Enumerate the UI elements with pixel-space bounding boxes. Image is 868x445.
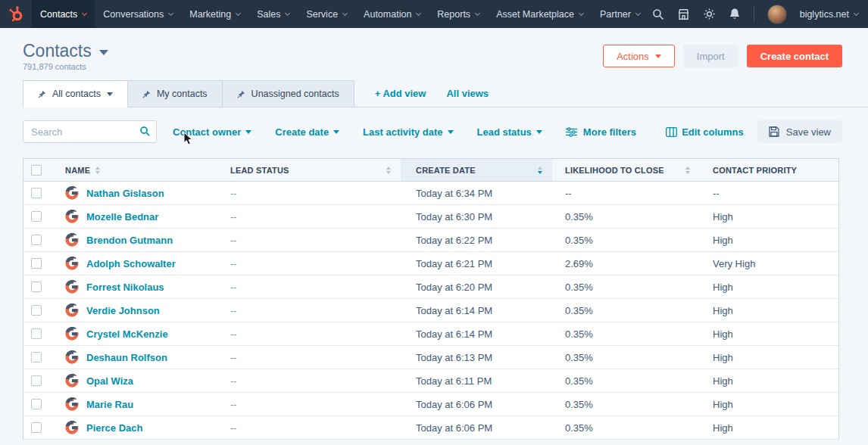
sort-arrows-icon[interactable] <box>386 166 391 174</box>
priority-cell: Very High <box>700 252 839 275</box>
contact-name-link[interactable]: Opal Wiza <box>86 375 133 387</box>
lead-status-cell: -- <box>220 205 401 228</box>
sort-arrows-icon[interactable] <box>95 166 100 174</box>
priority-cell: High <box>700 369 839 392</box>
select-all-checkbox[interactable] <box>31 165 42 176</box>
row-checkbox[interactable] <box>31 328 42 339</box>
row-checkbox[interactable] <box>31 258 42 269</box>
row-checkbox[interactable] <box>31 422 42 433</box>
nav-item-service[interactable]: Service <box>298 0 355 28</box>
lead-status-cell: -- <box>220 299 401 322</box>
chevron-down-icon <box>99 50 108 55</box>
nav-item-asset-marketplace[interactable]: Asset Marketplace <box>488 0 592 28</box>
nav-utilities: biglytics.net <box>652 0 868 28</box>
page-title: Contacts <box>23 42 92 61</box>
nav-item-label: Automation <box>364 9 411 20</box>
create-date-cell: Today at 6:20 PM <box>401 275 552 298</box>
contact-name-link[interactable]: Brendon Gutmann <box>86 235 173 246</box>
nav-divider <box>754 6 754 23</box>
row-checkbox[interactable] <box>31 375 42 386</box>
column-header-lead-status[interactable]: LEAD STATUS <box>220 159 401 181</box>
priority-cell: High <box>700 393 839 415</box>
contact-name-link[interactable]: Forrest Nikolaus <box>86 282 164 293</box>
table-body: Nathan Gislason -- Today at 6:34 PM -- -… <box>23 182 838 440</box>
likelihood-cell: 0.35% <box>552 299 700 322</box>
create-contact-button[interactable]: Create contact <box>747 45 842 67</box>
row-checkbox[interactable] <box>31 305 42 316</box>
sort-arrows-icon[interactable] <box>538 166 542 174</box>
more-filters-button[interactable]: More filters <box>566 126 636 138</box>
account-menu[interactable]: biglytics.net <box>800 9 858 20</box>
tab-my-contacts[interactable]: My contacts <box>127 80 223 107</box>
contact-name-link[interactable]: Verdie Johnson <box>86 305 160 316</box>
filter-dropdown-contact-owner[interactable]: Contact owner <box>173 126 251 138</box>
pin-icon <box>237 90 245 98</box>
column-header-likelihood-to-close[interactable]: LIKELIHOOD TO CLOSE <box>552 159 700 181</box>
nav-item-conversations[interactable]: Conversations <box>95 0 181 28</box>
contact-name-link[interactable]: Nathan Gislason <box>86 188 164 199</box>
likelihood-cell: 0.35% <box>552 416 700 439</box>
nav-item-marketing[interactable]: Marketing <box>181 0 248 28</box>
tab-unassigned-contacts[interactable]: Unassigned contacts <box>222 80 354 107</box>
table-row: Mozelle Bednar -- Today at 6:30 PM 0.35%… <box>23 205 838 229</box>
contacts-table: NAME LEAD STATUS CREATE DATE LIKELIHOOD … <box>23 158 839 440</box>
row-checkbox[interactable] <box>31 188 42 198</box>
row-checkbox[interactable] <box>31 352 42 363</box>
row-checkbox[interactable] <box>31 399 42 409</box>
create-date-cell: Today at 6:11 PM <box>401 369 552 392</box>
filter-dropdown-lead-status[interactable]: Lead status <box>477 126 542 138</box>
row-checkbox[interactable] <box>31 235 42 245</box>
search-icon[interactable] <box>652 8 664 20</box>
filter-bar: Contact owner Create date Last activity … <box>23 120 842 143</box>
contact-name-link[interactable]: Adolph Schowalter <box>86 258 176 269</box>
chevron-down-icon <box>107 92 113 96</box>
contact-name-link[interactable]: Mozelle Bednar <box>86 211 158 222</box>
filter-dropdown-last-activity-date[interactable]: Last activity date <box>363 126 454 138</box>
contact-name-link[interactable]: Marie Rau <box>86 399 133 410</box>
user-avatar[interactable] <box>767 5 787 24</box>
top-nav: Contacts Conversations Marketing Sales S… <box>0 0 868 28</box>
contact-avatar-icon <box>65 350 79 364</box>
row-checkbox[interactable] <box>31 282 42 292</box>
priority-cell: High <box>700 322 839 345</box>
notifications-icon[interactable] <box>729 8 741 20</box>
contact-name-link[interactable]: Crystel McKenzie <box>86 328 168 340</box>
column-header-name[interactable]: NAME <box>49 159 220 181</box>
settings-icon[interactable] <box>703 8 716 20</box>
header-buttons: Actions Import Create contact <box>603 45 842 67</box>
tab-all-contacts[interactable]: All contacts <box>23 80 128 107</box>
table-row: Opal Wiza -- Today at 6:11 PM 0.35% High <box>23 369 838 393</box>
all-views-link[interactable]: All views <box>446 88 489 99</box>
hubspot-logo-icon[interactable] <box>0 0 32 28</box>
table-row: Brendon Gutmann -- Today at 6:22 PM 0.35… <box>23 229 838 252</box>
add-view-link[interactable]: + Add view <box>375 88 426 99</box>
create-date-cell: Today at 6:06 PM <box>401 416 552 439</box>
save-view-button[interactable]: Save view <box>757 120 842 143</box>
marketplace-icon[interactable] <box>677 8 690 20</box>
nav-item-sales[interactable]: Sales <box>248 0 298 28</box>
table-header-row: NAME LEAD STATUS CREATE DATE LIKELIHOOD … <box>23 159 838 182</box>
nav-item-contacts[interactable]: Contacts <box>32 0 95 28</box>
table-row: Adolph Schowalter -- Today at 6:21 PM 2.… <box>23 252 838 275</box>
nav-item-partner[interactable]: Partner <box>592 0 648 28</box>
search-icon[interactable] <box>139 126 151 140</box>
column-header-contact-priority[interactable]: CONTACT PRIORITY <box>700 159 839 181</box>
row-checkbox[interactable] <box>31 211 42 222</box>
column-header-create-date[interactable]: CREATE DATE <box>401 159 552 181</box>
nav-item-reports[interactable]: Reports <box>429 0 488 28</box>
chevron-down-icon <box>854 10 859 15</box>
actions-button[interactable]: Actions <box>603 45 675 67</box>
nav-menu: Contacts Conversations Marketing Sales S… <box>32 0 648 28</box>
chevron-down-icon <box>635 10 641 15</box>
create-date-cell: Today at 6:14 PM <box>401 299 552 322</box>
sort-arrows-icon[interactable] <box>685 166 690 174</box>
search-input[interactable] <box>23 120 157 143</box>
contact-name-link[interactable]: Pierce Dach <box>86 422 142 434</box>
filter-dropdown-create-date[interactable]: Create date <box>275 126 339 138</box>
nav-item-label: Contacts <box>40 9 77 20</box>
contact-name-link[interactable]: Deshaun Rolfson <box>86 352 167 363</box>
nav-item-automation[interactable]: Automation <box>355 0 429 28</box>
search-box <box>23 120 157 143</box>
edit-columns-button[interactable]: Edit columns <box>666 126 744 138</box>
import-button[interactable]: Import <box>683 45 738 67</box>
